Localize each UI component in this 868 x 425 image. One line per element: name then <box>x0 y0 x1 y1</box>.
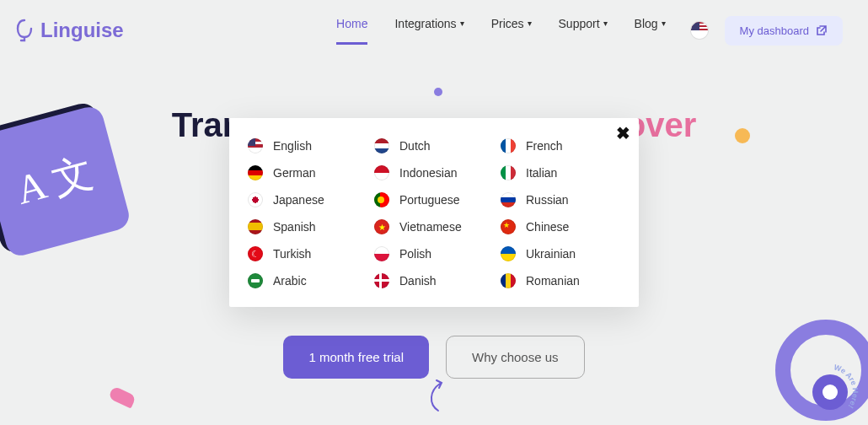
chat-bubble-icon <box>812 374 848 410</box>
language-option-pt[interactable]: Portuguese <box>374 192 492 207</box>
nav-home[interactable]: Home <box>336 17 367 45</box>
nav-support[interactable]: Support▾ <box>559 17 608 45</box>
ru-flag-icon <box>501 192 516 207</box>
tr-flag-icon <box>248 246 263 261</box>
language-option-us[interactable]: English <box>248 138 366 153</box>
language-option-de[interactable]: German <box>248 165 366 180</box>
language-option-dk[interactable]: Danish <box>374 273 492 288</box>
dk-flag-icon <box>374 273 389 288</box>
language-label: Chinese <box>526 220 569 234</box>
linguise-icon <box>15 19 34 42</box>
language-option-tr[interactable]: Turkish <box>248 246 366 261</box>
pt-flag-icon <box>374 192 389 207</box>
header: Linguise Home Integrations▾ Prices▾ Supp… <box>0 0 868 51</box>
arrow-doodle-icon <box>421 379 447 412</box>
language-switcher[interactable] <box>691 22 708 39</box>
id-flag-icon <box>374 165 389 180</box>
decorative-dot-purple <box>434 88 442 96</box>
pl-flag-icon <box>374 246 389 261</box>
brand-name: Linguise <box>40 19 124 42</box>
nav-blog[interactable]: Blog▾ <box>635 17 666 45</box>
language-option-ua[interactable]: Ukrainian <box>501 246 619 261</box>
language-label: Polish <box>399 247 431 261</box>
es-flag-icon <box>248 219 263 234</box>
language-label: English <box>273 139 312 153</box>
close-icon[interactable]: ✖ <box>616 123 630 143</box>
ro-flag-icon <box>501 273 516 288</box>
main-nav: Home Integrations▾ Prices▾ Support▾ Blog… <box>336 17 666 45</box>
language-label: French <box>526 139 563 153</box>
chevron-down-icon: ▾ <box>603 19 608 28</box>
brand-logo[interactable]: Linguise <box>15 19 124 42</box>
language-option-id[interactable]: Indonesian <box>374 165 492 180</box>
it-flag-icon <box>501 165 516 180</box>
decorative-pink-shape <box>108 386 137 409</box>
language-option-jp[interactable]: Japanese <box>248 192 366 207</box>
language-option-it[interactable]: Italian <box>501 165 619 180</box>
external-link-icon <box>816 24 828 36</box>
chevron-down-icon: ▾ <box>528 19 532 28</box>
language-modal: ✖ EnglishDutchFrenchGermanIndonesianItal… <box>229 118 639 307</box>
language-option-vn[interactable]: Vietnamese <box>374 219 492 234</box>
chevron-down-icon: ▾ <box>460 19 464 28</box>
language-option-ru[interactable]: Russian <box>501 192 619 207</box>
language-label: German <box>273 166 316 180</box>
language-label: Danish <box>399 274 437 288</box>
cta-row: 1 month free trial Why choose us <box>0 336 868 379</box>
language-label: Arabic <box>273 274 307 288</box>
language-option-ro[interactable]: Romanian <box>501 273 619 288</box>
language-label: Italian <box>526 166 557 180</box>
language-label: Turkish <box>273 247 311 261</box>
free-trial-button[interactable]: 1 month free trial <box>283 336 429 379</box>
language-label: Ukrainian <box>526 247 576 261</box>
language-label: Vietnamese <box>399 220 462 234</box>
language-label: Spanish <box>273 220 316 234</box>
sa-flag-icon <box>248 273 263 288</box>
language-option-sa[interactable]: Arabic <box>248 273 366 288</box>
language-label: Indonesian <box>399 166 458 180</box>
ua-flag-icon <box>501 246 516 261</box>
language-label: Japanese <box>273 193 324 207</box>
cn-flag-icon <box>501 219 516 234</box>
language-option-fr[interactable]: French <box>501 138 619 153</box>
jp-flag-icon <box>248 192 263 207</box>
nav-prices[interactable]: Prices▾ <box>491 17 532 45</box>
language-option-pl[interactable]: Polish <box>374 246 492 261</box>
nl-flag-icon <box>374 138 389 153</box>
language-grid: EnglishDutchFrenchGermanIndonesianItalia… <box>248 138 619 288</box>
us-flag-icon <box>248 138 263 153</box>
language-option-es[interactable]: Spanish <box>248 219 366 234</box>
nav-integrations[interactable]: Integrations▾ <box>394 17 463 45</box>
language-label: Dutch <box>399 139 431 153</box>
chevron-down-icon: ▾ <box>662 19 666 28</box>
vn-flag-icon <box>374 219 389 234</box>
de-flag-icon <box>248 165 263 180</box>
why-choose-us-button[interactable]: Why choose us <box>446 336 585 379</box>
language-label: Russian <box>526 193 569 207</box>
language-label: Romanian <box>526 274 580 288</box>
fr-flag-icon <box>501 138 516 153</box>
chat-widget[interactable]: We Are Here! <box>801 363 860 422</box>
language-option-cn[interactable]: Chinese <box>501 219 619 234</box>
decorative-dot-orange <box>735 128 750 143</box>
my-dashboard-button[interactable]: My dashboard <box>725 16 843 46</box>
language-option-nl[interactable]: Dutch <box>374 138 492 153</box>
language-label: Portuguese <box>399 193 460 207</box>
